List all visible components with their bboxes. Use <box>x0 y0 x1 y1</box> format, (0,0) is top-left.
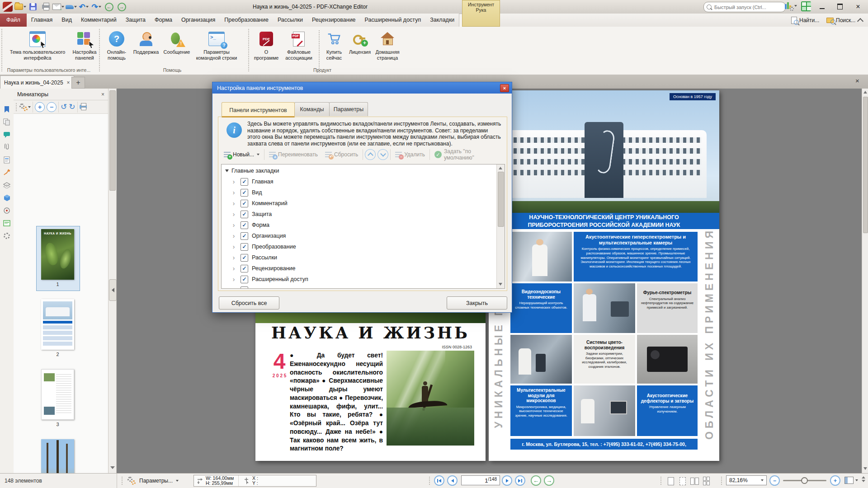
expander-icon[interactable]: › <box>231 200 237 207</box>
scroll-down-icon[interactable] <box>863 467 867 470</box>
last-page-button[interactable] <box>515 475 525 486</box>
thumbnail-page-1[interactable]: НАУКА И ЖИЗНЬ <box>41 229 74 280</box>
expander-icon[interactable]: › <box>231 286 237 289</box>
menu-glavnaya[interactable]: Главная <box>27 14 57 27</box>
zoom-out-button[interactable]: − <box>769 475 780 486</box>
new-tab-button[interactable]: + <box>71 77 85 89</box>
dialog-tab-commands[interactable]: Команды <box>294 102 330 116</box>
tree-item-zashchita[interactable]: › ✓ Защита <box>222 209 505 220</box>
move-up-button[interactable] <box>365 149 376 160</box>
zoom-in-button[interactable]: + <box>830 475 840 486</box>
tree-item-partial[interactable]: › <box>222 285 505 289</box>
expander-icon[interactable]: › <box>231 265 237 272</box>
menu-file[interactable]: Файл <box>0 14 27 27</box>
tree-item-kommentariy[interactable]: › ✓ Комментарий <box>222 198 505 209</box>
dialog-close-button[interactable]: × <box>500 84 509 92</box>
checkbox-checked[interactable]: ✓ <box>241 221 248 229</box>
menu-rassylki[interactable]: Рассылки <box>273 14 307 27</box>
reset-all-button[interactable]: Сбросить все <box>219 296 279 310</box>
expander-icon[interactable]: › <box>231 243 237 250</box>
scroll-down-icon[interactable] <box>499 283 502 286</box>
view-forward-button[interactable]: → <box>544 475 554 486</box>
panel-splitter-handle[interactable] <box>109 279 117 301</box>
move-down-button[interactable] <box>377 149 388 160</box>
expander-icon[interactable]: › <box>231 276 237 283</box>
checkbox-checked[interactable]: ✓ <box>241 178 248 186</box>
zoom-level-combo[interactable]: 82,16% <box>726 475 767 485</box>
previous-page-button[interactable] <box>447 475 458 486</box>
dialog-title-bar[interactable]: Настройка панели инструментов <box>212 82 512 94</box>
close-window-button[interactable]: × <box>850 0 866 13</box>
email-button[interactable]: → <box>52 1 64 12</box>
tree-item-preobrazovanie[interactable]: › ✓ Преобразование <box>222 241 505 252</box>
redo-button[interactable]: ↷ <box>90 1 102 12</box>
tree-group-header[interactable]: Главные закладки <box>222 165 505 176</box>
checkbox-checked[interactable]: ✓ <box>241 232 248 240</box>
tree-item-retsenzirovanie[interactable]: › ✓ Рецензирование <box>222 263 505 274</box>
nav-drag-handle[interactable] <box>429 476 431 486</box>
tree-item-forma[interactable]: › ✓ Форма <box>222 220 505 230</box>
history-forward-button[interactable]: → <box>116 1 127 12</box>
zoom-in-thumbnails-button[interactable]: + <box>35 102 45 112</box>
statusbar-options-button[interactable]: Параметры... <box>139 474 179 488</box>
support-button[interactable]: Поддержка <box>131 28 161 55</box>
rotate-cw-icon[interactable]: ↻ <box>69 102 75 112</box>
menu-zakladki[interactable]: Закладки <box>425 14 459 27</box>
expander-icon[interactable]: › <box>231 189 237 196</box>
checkbox-partial[interactable] <box>241 286 248 289</box>
quick-launch-search[interactable] <box>703 2 786 12</box>
open-file-button[interactable] <box>14 1 26 12</box>
layout-drag-handle[interactable] <box>660 476 662 486</box>
zoom-drag-handle[interactable] <box>721 476 723 486</box>
scan-button[interactable] <box>65 1 77 12</box>
close-document-icon[interactable]: × <box>855 77 859 84</box>
destinations-panel-icon[interactable] <box>2 206 11 215</box>
report-problem-button[interactable]: ! Сообщение <box>161 28 193 55</box>
statusbar-drag-handle[interactable] <box>121 476 123 486</box>
search-input[interactable] <box>713 4 774 10</box>
layers-panel-icon[interactable] <box>2 181 11 190</box>
history-back-button[interactable]: ← <box>103 1 115 12</box>
expander-icon[interactable]: › <box>231 211 237 218</box>
menu-rasshirenny-dostup[interactable]: Расширенный доступ <box>360 14 426 27</box>
thumbnail-page-3[interactable] <box>41 369 74 420</box>
scrollbar-corner[interactable] <box>862 476 865 482</box>
expander-icon[interactable]: › <box>231 254 237 261</box>
home-page-button[interactable]: Домашняя страница <box>373 28 402 61</box>
menu-organizatsiya[interactable]: Организация <box>177 14 220 27</box>
group-drag-handle[interactable] <box>99 28 101 72</box>
online-help-button[interactable]: ? Онлайн-помощь <box>102 28 131 61</box>
properties-panel-icon[interactable] <box>2 231 11 240</box>
checkbox-checked[interactable]: ✓ <box>241 243 248 251</box>
close-panel-icon[interactable]: × <box>101 92 104 97</box>
rotate-ccw-icon[interactable]: ↺ <box>61 102 67 112</box>
checkbox-checked[interactable]: ✓ <box>241 211 248 218</box>
expander-icon[interactable]: › <box>231 178 237 185</box>
menu-forma[interactable]: Форма <box>150 14 177 27</box>
tree-item-rassylki[interactable]: › ✓ Рассылки <box>222 252 505 263</box>
menu-preobrazovanie[interactable]: Преобразование <box>220 14 273 27</box>
scroll-down-icon[interactable] <box>110 466 115 469</box>
scroll-up-icon[interactable] <box>499 167 502 169</box>
menu-retsenzirovanie[interactable]: Рецензирование <box>307 14 360 27</box>
tree-item-vid[interactable]: › ✓ Вид <box>222 187 505 198</box>
checkbox-checked[interactable]: ✓ <box>241 200 248 207</box>
thumbnail-page-4[interactable] <box>41 439 74 473</box>
set-default-button[interactable]: ✓ Задать "по умолчанию" <box>432 149 505 160</box>
checkbox-checked[interactable]: ✓ <box>241 189 248 197</box>
search-documents-button[interactable]: Поиск... <box>823 14 859 27</box>
about-button[interactable]: PDF О программе <box>251 28 281 61</box>
group-drag-handle[interactable] <box>248 28 250 72</box>
reset-toolbar-button[interactable]: ↶ Сбросить <box>322 149 361 160</box>
bookmarks-panel-icon[interactable] <box>2 105 11 114</box>
close-dialog-button[interactable]: Закрыть <box>447 296 507 310</box>
fields-panel-icon[interactable] <box>2 155 11 164</box>
scroll-up-icon[interactable] <box>863 91 867 94</box>
find-button[interactable]: Найти... <box>788 14 823 27</box>
thumbnails-panel-icon[interactable] <box>2 117 11 127</box>
group-drag-handle[interactable] <box>1 28 3 72</box>
print-button[interactable] <box>40 1 52 12</box>
print-thumbnail-icon[interactable] <box>80 105 87 109</box>
close-tab-icon[interactable]: × <box>67 80 70 85</box>
multi-page-view-button[interactable] <box>701 476 712 486</box>
